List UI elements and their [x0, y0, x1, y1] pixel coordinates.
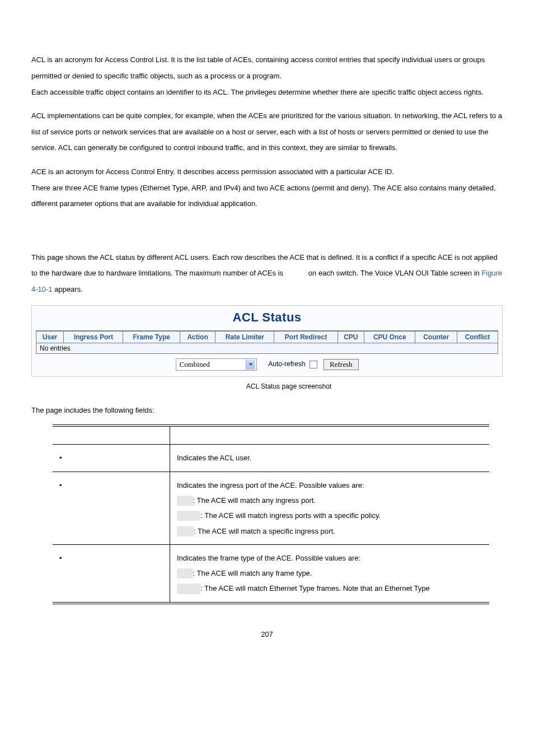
description-text: Indicates the frame type of the ACE. Pos…	[177, 554, 360, 562]
intro-p3-b: There are three ACE frame types (Etherne…	[31, 184, 496, 208]
fields-th-object: Object	[53, 426, 170, 445]
section-heading: 4.10 Access Control Lists	[31, 31, 503, 44]
auto-refresh-checkbox[interactable]	[310, 361, 317, 368]
sub-intro-b: on each switch. The Voice VLAN OUI Table…	[306, 269, 481, 277]
max-aces-number: 256	[285, 269, 307, 277]
figure-caption-prefix: Figure 4-10-1	[203, 382, 246, 390]
subsection-intro: This page shows the ACL status by differ…	[31, 250, 503, 298]
subsection-heading: 4.10.1 Access Control List Status	[31, 230, 503, 242]
term-label: Port	[177, 526, 194, 536]
intro-paragraph-1: ACL is an acronym for Access Control Lis…	[31, 52, 503, 100]
term-label: EType	[177, 584, 200, 594]
fields-th-description: Description	[170, 426, 490, 445]
description-text: : The ACE will match Ethernet Type frame…	[200, 584, 430, 592]
description-text: : The ACE will match a specific ingress …	[194, 527, 335, 535]
description-text: : The ACE will match any ingress port.	[193, 496, 316, 505]
description-text: Indicates the ingress port of the ACE. P…	[177, 481, 364, 489]
refresh-button[interactable]: Refresh	[324, 359, 358, 370]
intro-p1-a: ACL is an acronym for Access Control Lis…	[31, 55, 485, 80]
th-port-redirect: Port Redirect	[274, 331, 338, 343]
no-entries-cell: No entries	[36, 343, 498, 354]
select-value: Combined	[180, 360, 210, 369]
intro-paragraph-3: ACE is an acronym for Access Control Ent…	[31, 164, 503, 212]
term-label: Policy	[177, 511, 200, 521]
th-cpu: CPU	[338, 331, 364, 343]
th-user: User	[36, 331, 64, 343]
auto-refresh-label: Auto-refresh	[268, 360, 305, 368]
fields-object-cell: •Ingress Port	[53, 472, 170, 544]
chevron-down-icon	[246, 360, 255, 370]
acl-status-title: ACL Status	[32, 310, 502, 325]
th-rate-limiter: Rate Limiter	[216, 331, 274, 343]
intro-p1-b: Each accessible traffic object contains …	[31, 88, 484, 96]
fields-intro: The page includes the following fields:	[31, 406, 503, 414]
term-label: Any	[177, 568, 193, 578]
th-frame-type: Frame Type	[123, 331, 180, 343]
term-label: Any	[177, 496, 193, 506]
th-ingress-port: Ingress Port	[64, 331, 123, 343]
th-cpu-once: CPU Once	[364, 331, 415, 343]
description-text: Indicates the ACL user.	[177, 454, 251, 462]
description-text: : The ACE will match any frame type.	[193, 569, 312, 577]
th-counter: Counter	[415, 331, 457, 343]
th-action: Action	[180, 331, 215, 343]
fields-description-cell: Indicates the ingress port of the ACE. P…	[170, 472, 490, 544]
fields-object-cell: •Frame Type	[53, 544, 170, 603]
sub-intro-c: appears.	[53, 285, 83, 293]
controls-row: Combined Auto-refresh Refresh	[32, 358, 502, 371]
fields-object-cell: •User	[53, 445, 170, 472]
acl-status-table: User Ingress Port Frame Type Action Rate…	[36, 330, 498, 354]
description-text: : The ACE will match ingress ports with …	[200, 511, 381, 520]
user-filter-select[interactable]: Combined	[176, 358, 257, 371]
page-number: 207	[31, 630, 503, 638]
fields-description-cell: Indicates the ACL user.	[170, 445, 490, 472]
fields-table: Object Description •UserIndicates the AC…	[53, 424, 489, 604]
acl-status-screenshot: ACL Status User Ingress Port Frame Type …	[31, 305, 503, 377]
intro-p3-a: ACE is an acronym for Access Control Ent…	[31, 167, 394, 176]
figure-caption: Figure 4-10-1 ACL Status page screenshot	[31, 382, 503, 390]
fields-description-cell: Indicates the frame type of the ACE. Pos…	[170, 544, 490, 603]
th-conflict: Conflict	[457, 331, 498, 343]
intro-paragraph-2: ACL implementations can be quite complex…	[31, 108, 503, 156]
figure-caption-text: ACL Status page screenshot	[246, 382, 331, 390]
